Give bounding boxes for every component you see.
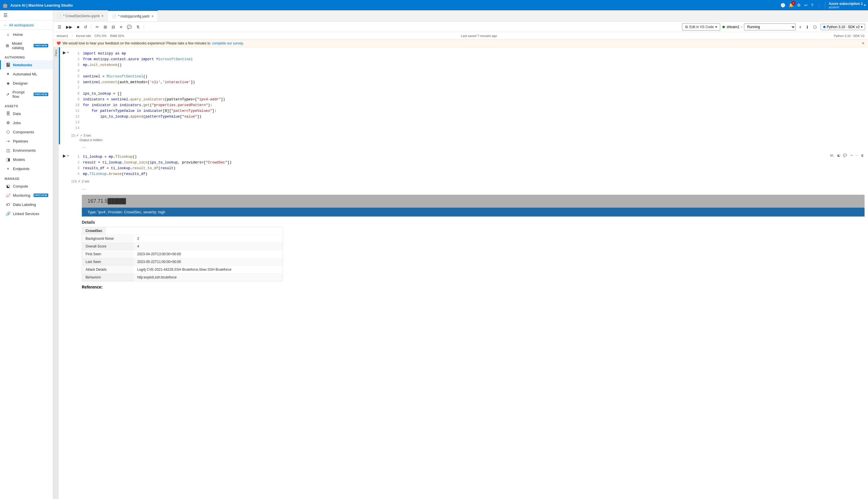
cell-1-run-button[interactable]: ▶ (63, 50, 66, 55)
cell-2-code[interactable]: 1ti_lookup = mp.TILookup() 2result = ti_… (71, 153, 865, 178)
format-button[interactable]: ≡ (118, 24, 124, 30)
sidebar-item-prompt-flow[interactable]: ↗ Prompt flow PREVIEW (0, 88, 53, 101)
overall-score-value: 4 (134, 243, 283, 250)
cell-1-controls: ▶ ▾ (60, 47, 71, 144)
cell-1-collapse-button[interactable]: ▾ (67, 50, 69, 54)
cell-1-body: 1import msticpy as mp 2from msticpy.cont… (71, 47, 868, 144)
cell-2-run-button[interactable]: ▶ (63, 154, 66, 158)
user-circle-icon[interactable]: 👤 (817, 3, 821, 8)
vscode-chevron-icon: ▾ (715, 25, 717, 29)
clock-icon[interactable]: 🕐 (781, 3, 785, 8)
compute-status-dot (723, 26, 725, 28)
sidebar-item-endpoints[interactable]: ⌖ Endpoints (0, 164, 53, 173)
cell-1-output: [2] ✓ ✓ 3 sec Output is hidden (71, 132, 865, 143)
assets-section-label: Assets (0, 101, 53, 109)
cell-2-ellipsis[interactable]: ··· (59, 186, 868, 192)
overall-score-label: Overall Score (82, 243, 134, 250)
add-cell-above-button[interactable]: ⊞ (102, 24, 109, 30)
help-icon[interactable]: ? (811, 3, 813, 8)
cell-2-markdown-button[interactable]: M↓ (830, 153, 835, 158)
feedback-link[interactable]: complete our survey. (212, 41, 244, 45)
notebook-toolbar: ☰ ▶▶ ■ ↺ ✂ ⊞ ⊟ ≡ 💬 ⇅ ⧉ Edit in VS Code ▾… (53, 22, 868, 32)
tab-close-msticpy[interactable]: ✕ (151, 15, 154, 18)
reference-title: Reference: (82, 285, 865, 289)
cell-2-chat-button[interactable]: 💬 (843, 153, 848, 158)
sidebar-item-data-labeling[interactable]: 🏷 Data Labeling (0, 200, 53, 209)
scissors-button[interactable]: ✂ (94, 24, 101, 30)
sidebar-item-compute[interactable]: ⬕ Compute (0, 182, 53, 191)
add-cell-below-button[interactable]: ⊟ (110, 24, 117, 30)
back-icon[interactable]: ↩ (804, 3, 808, 8)
sidebar-item-components[interactable]: ⬡ Components (0, 127, 53, 136)
cell-1-ellipsis[interactable]: ··· (59, 144, 868, 150)
top-bar: 🤖 Azure AI | Machine Learning Studio 🕐 🔔… (0, 0, 868, 10)
all-workspaces-link[interactable]: ← All workspaces (0, 21, 53, 30)
sidebar-item-model-catalog[interactable]: ⊞ Model catalog PREVIEW (0, 39, 53, 52)
designer-icon: ◈ (5, 81, 11, 85)
cell-2-right-actions: M↓ ⬕ 💬 ⇢ ··· 🗑 (830, 153, 865, 158)
details-title: Details (82, 220, 865, 224)
hamburger-menu-button[interactable]: ☰ (3, 13, 8, 18)
run-all-button[interactable]: ▶▶ (64, 24, 74, 30)
bell-icon[interactable]: 🔔 3 (789, 3, 794, 8)
tab-close-crowdsec[interactable]: ✕ (101, 14, 104, 17)
sidebar-item-pipelines[interactable]: ⇢ Pipelines (0, 136, 53, 146)
notebook-scroll[interactable]: Files ▶ ▾ 1import msticpy a (53, 47, 868, 499)
cell-2-delete-button[interactable]: 🗑 (860, 153, 865, 158)
move-button[interactable]: ⇅ (135, 24, 142, 30)
restart-button[interactable]: ↺ (82, 24, 89, 30)
cell-2-copy-button[interactable]: ⬕ (837, 153, 841, 158)
sidebar-item-data[interactable]: 🗄 Data (0, 109, 53, 118)
cell-2-collapse-button[interactable]: ▾ (67, 154, 69, 158)
sidebar-item-environments[interactable]: ◫ Environments (0, 146, 53, 155)
details-section-header: CrowdSec (82, 227, 106, 234)
feedback-bar: ❤️ We would love to hear your feedback o… (53, 39, 868, 47)
edit-vscode-button[interactable]: ⧉ Edit in VS Code ▾ (682, 23, 721, 31)
stop-button[interactable]: ■ (75, 24, 81, 30)
monitoring-preview-badge: PREVIEW (34, 194, 48, 197)
cell-2-check-icon: ✓ (78, 179, 81, 183)
user-chevron-icon: ▾ (864, 3, 866, 7)
compute-info-button[interactable]: ℹ (805, 24, 810, 30)
last-saved-label: Last saved 7 minutes ago (461, 34, 497, 38)
details-section-header-row: CrowdSec (82, 227, 283, 235)
menu-toolbar-button[interactable]: ☰ (56, 24, 63, 30)
compute-link-button[interactable]: ⬡ (811, 24, 818, 30)
comment-button[interactable]: 💬 (125, 24, 133, 30)
cell-1-code[interactable]: 1import msticpy as mp 2from msticpy.cont… (71, 50, 865, 132)
app-title: Azure AI | Machine Learning Studio (10, 3, 778, 8)
compute-select[interactable]: Running (744, 24, 796, 31)
details-row-behaviors: Behaviors http:exploit,ssh:bruteforce (82, 273, 283, 281)
tab-msticpy-config[interactable]: 📄 * msticpyconfig.yaml ✕ (108, 10, 157, 22)
gear-icon[interactable]: ⚙ (797, 3, 801, 8)
side-panel-files-label[interactable]: Files (54, 50, 58, 56)
prompt-flow-icon: ↗ (5, 92, 10, 97)
details-row-background-noise: Background Noise 2 (82, 235, 283, 243)
details-section: Details CrowdSec Background Noise 2 Over… (82, 220, 865, 281)
cell-2-split-button[interactable]: ⇢ (849, 153, 853, 158)
sidebar-item-monitoring[interactable]: 📈 Monitoring PREVIEW (0, 191, 53, 200)
feedback-close-button[interactable]: ✕ (862, 41, 865, 45)
sdk-version-label: Python 3.10 · SDK V2 (834, 34, 865, 38)
sidebar-item-linked-services[interactable]: 🔗 Linked Services (0, 209, 53, 218)
attack-details-value: Log4j CVE-2021-44228,SSH Bruteforce,Slow… (134, 266, 283, 273)
result-ip-header: 167.71.5█████ (82, 195, 865, 208)
cell-2-more-button[interactable]: ··· (855, 153, 858, 158)
cell-1: ▶ ▾ 1import msticpy as mp 2from msticpy.… (59, 47, 868, 144)
compute-add-button[interactable]: + (797, 24, 803, 30)
sidebar-item-notebooks[interactable]: 📓 Notebooks (0, 60, 53, 70)
sidebar-item-models[interactable]: ◨ Models (0, 155, 53, 164)
jobs-icon: ⚙ (5, 120, 11, 125)
background-noise-label: Background Noise (82, 235, 134, 242)
user-menu[interactable]: Azure subscription 1 azureml ▾ (825, 2, 866, 9)
details-table: CrowdSec Background Noise 2 Overall Scor… (82, 227, 283, 281)
python-version-badge[interactable]: Python 3.10 · SDK v2 ▾ (821, 24, 865, 30)
sidebar-item-automated-ml[interactable]: ✦ Automated ML (0, 70, 53, 78)
tab-crowdsec-demo[interactable]: 📄 * CrowdSecDemo.ipynb ✕ (53, 10, 108, 22)
ram-label: RAM 32% (110, 34, 124, 38)
sidebar-item-home[interactable]: ⌂ Home (0, 30, 53, 39)
cell-1-check-icon: ✓ (76, 133, 79, 137)
details-row-overall-score: Overall Score 4 (82, 243, 283, 251)
sidebar-item-jobs[interactable]: ⚙ Jobs (0, 118, 53, 127)
sidebar-item-designer[interactable]: ◈ Designer (0, 78, 53, 88)
